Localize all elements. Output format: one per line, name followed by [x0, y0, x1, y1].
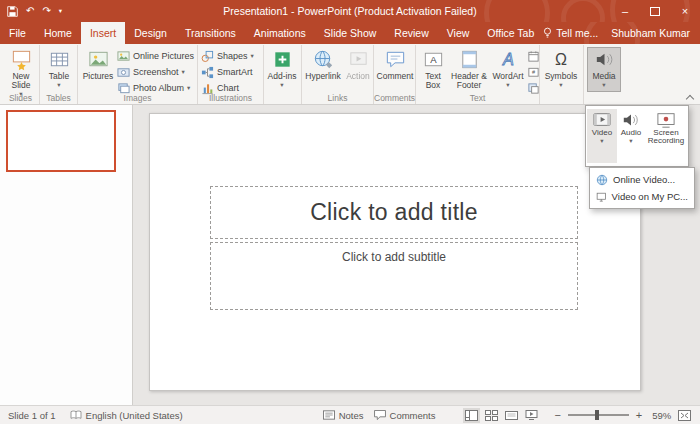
- video-on-pc-icon: [596, 191, 607, 203]
- video-submenu: Online Video... Video on My PC...: [589, 167, 695, 209]
- slideshow-view-button[interactable]: [523, 408, 540, 423]
- proofing-book-icon: [70, 410, 82, 420]
- pictures-button[interactable]: Pictures: [81, 47, 115, 81]
- ribbon-group-images: Pictures Online Pictures Screenshot ▾ Ph…: [78, 45, 198, 104]
- maximize-button[interactable]: [640, 0, 670, 22]
- account-user-name[interactable]: Shubham Kumar: [611, 27, 690, 39]
- new-slide-icon: [10, 48, 33, 71]
- dropdown-arrow-icon: ▾: [57, 82, 60, 89]
- slide-sorter-view-button[interactable]: [483, 408, 500, 423]
- close-button[interactable]: ×: [670, 0, 700, 22]
- tab-review[interactable]: Review: [385, 22, 437, 44]
- header-footer-icon: [458, 48, 481, 71]
- ribbon-group-slides: New Slide ▾ Slides: [2, 45, 40, 104]
- date-time-icon: [527, 50, 540, 63]
- tab-home[interactable]: Home: [35, 22, 81, 44]
- lightbulb-icon: [543, 27, 552, 39]
- reading-view-button[interactable]: [503, 408, 520, 423]
- dropdown-arrow-icon: ▾: [602, 82, 605, 89]
- screen-recording-button[interactable]: Screen Recording: [645, 109, 687, 163]
- redo-icon[interactable]: ↷: [42, 6, 50, 16]
- dropdown-arrow-icon: ▾: [251, 52, 254, 60]
- collapse-ribbon-button[interactable]: [686, 93, 695, 101]
- slide-number-button[interactable]: #: [527, 65, 540, 79]
- text-box-button[interactable]: A Text Box: [419, 47, 447, 90]
- new-slide-button[interactable]: New Slide ▾: [5, 47, 37, 98]
- zoom-level[interactable]: 59%: [652, 410, 671, 421]
- screen-recording-icon: [656, 111, 676, 129]
- header-footer-button[interactable]: Header & Footer: [449, 47, 489, 90]
- slideshow-icon: [525, 410, 538, 421]
- subtitle-placeholder[interactable]: Click to add subtitle: [210, 242, 578, 310]
- window-title: Presentation1 - PowerPoint (Product Acti…: [120, 0, 580, 22]
- ribbon-group-symbols: Ω Symbols ▾: [540, 45, 584, 104]
- normal-view-button[interactable]: [463, 408, 480, 423]
- tab-design[interactable]: Design: [125, 22, 176, 44]
- zoom-in-button[interactable]: +: [634, 409, 644, 421]
- tab-insert[interactable]: Insert: [81, 22, 125, 44]
- wordart-icon: A: [497, 48, 520, 71]
- tab-slide-show[interactable]: Slide Show: [315, 22, 386, 44]
- screenshot-icon: [117, 66, 130, 79]
- tabbar-right: Tell me... Shubham Kumar Share: [543, 22, 700, 44]
- tab-transitions[interactable]: Transitions: [176, 22, 245, 44]
- tab-view[interactable]: View: [438, 22, 479, 44]
- shapes-button[interactable]: Shapes ▾: [201, 49, 254, 63]
- dropdown-arrow-icon: ▾: [629, 138, 632, 145]
- symbols-button[interactable]: Ω Symbols ▾: [543, 47, 579, 89]
- media-speaker-icon: [593, 48, 616, 71]
- date-time-button[interactable]: [527, 49, 540, 63]
- comments-button[interactable]: Comments: [374, 410, 436, 421]
- slide-thumbnail-panel: [0, 105, 133, 405]
- online-video-menu-item[interactable]: Online Video...: [592, 171, 692, 188]
- minimize-button[interactable]: –: [610, 0, 640, 22]
- notes-button[interactable]: Notes: [323, 410, 364, 421]
- slide-thumbnail-1[interactable]: [6, 110, 116, 172]
- hyperlink-button[interactable]: Hyperlink: [305, 47, 341, 81]
- status-bar: Slide 1 of 1 English (United States) Not…: [0, 405, 700, 424]
- tab-animations[interactable]: Animations: [245, 22, 315, 44]
- notes-icon: [323, 410, 335, 420]
- tell-me-box[interactable]: Tell me...: [543, 27, 598, 39]
- undo-icon[interactable]: ↶: [26, 6, 34, 16]
- language-indicator[interactable]: English (United States): [70, 410, 183, 421]
- video-on-my-pc-menu-item[interactable]: Video on My PC...: [592, 188, 692, 205]
- ribbon-group-comments: Comment Comments: [374, 45, 416, 104]
- table-button[interactable]: Table ▾: [43, 47, 75, 89]
- addins-button[interactable]: Add-ins ▾: [267, 47, 297, 89]
- svg-text:A: A: [502, 50, 514, 68]
- ribbon: New Slide ▾ Slides Table ▾ Tables Pictur…: [0, 44, 700, 105]
- dropdown-arrow-icon: ▾: [600, 138, 603, 145]
- video-icon: [592, 111, 612, 129]
- qat-dropdown-arrow-icon[interactable]: ▾: [59, 8, 62, 15]
- zoom-slider-thumb[interactable]: [595, 410, 599, 420]
- quick-access-toolbar: ↶ ↷ ▾: [7, 0, 62, 22]
- tab-file[interactable]: File: [0, 22, 35, 44]
- zoom-out-button[interactable]: −: [552, 409, 562, 421]
- media-dropdown-popup: Video ▾ Audio ▾ Screen Recording: [585, 105, 689, 167]
- table-icon: [48, 48, 71, 71]
- title-bar: ↶ ↷ ▾ Presentation1 - PowerPoint (Produc…: [0, 0, 700, 22]
- comment-button[interactable]: Comment: [377, 47, 413, 81]
- smartart-icon: [201, 66, 214, 79]
- pictures-icon: [87, 48, 110, 71]
- video-button[interactable]: Video ▾: [587, 109, 617, 163]
- save-icon[interactable]: [7, 6, 18, 17]
- zoom-slider[interactable]: [568, 414, 629, 416]
- online-pictures-button[interactable]: Online Pictures: [117, 49, 194, 63]
- smartart-button[interactable]: SmartArt: [201, 65, 254, 79]
- slide-sorter-icon: [485, 410, 498, 421]
- fit-slide-button[interactable]: [677, 408, 692, 423]
- dropdown-arrow-icon: ▾: [506, 82, 509, 89]
- media-button[interactable]: Media ▾: [587, 47, 621, 92]
- slide-indicator[interactable]: Slide 1 of 1: [8, 410, 56, 421]
- audio-button[interactable]: Audio ▾: [617, 109, 645, 163]
- text-box-icon: A: [422, 48, 445, 71]
- screenshot-button[interactable]: Screenshot ▾: [117, 65, 194, 79]
- dropdown-arrow-icon: ▾: [187, 84, 190, 92]
- action-button[interactable]: Action: [343, 47, 373, 81]
- tab-office-tab[interactable]: Office Tab: [478, 22, 543, 44]
- wordart-button[interactable]: A WordArt ▾: [491, 47, 525, 89]
- ribbon-group-tables: Table ▾ Tables: [40, 45, 78, 104]
- title-placeholder[interactable]: Click to add title: [210, 186, 578, 239]
